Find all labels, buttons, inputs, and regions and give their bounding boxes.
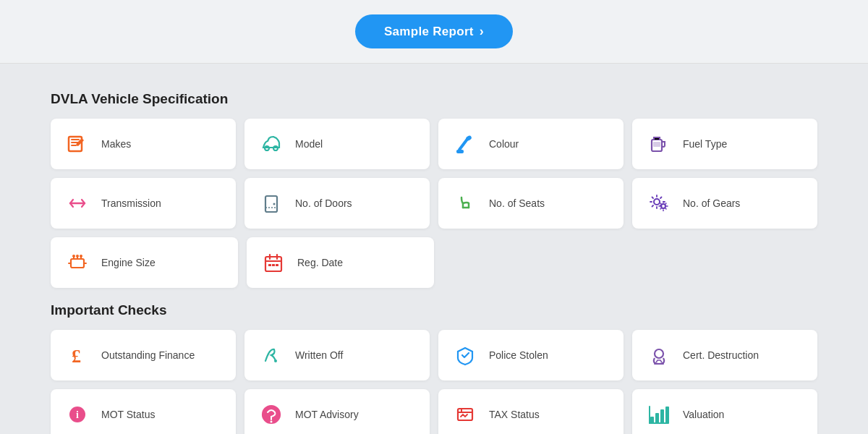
- card-valuation: Valuation: [632, 389, 817, 434]
- card-no-of-seats: No. of Seats: [438, 178, 624, 229]
- dvla-section: DVLA Vehicle Specification MakesModelCol…: [51, 91, 817, 288]
- svg-rect-12: [71, 259, 84, 268]
- makes-icon: [64, 130, 91, 158]
- outstanding-finance-icon: £: [64, 341, 91, 369]
- svg-text:£: £: [72, 346, 81, 367]
- cert-destruction-icon: [645, 341, 673, 369]
- card-model: Model: [244, 119, 430, 169]
- card-reg-date: Reg. Date: [247, 237, 434, 288]
- svg-point-13: [72, 255, 75, 258]
- svg-rect-19: [276, 264, 278, 266]
- card-cert-destruction: Cert. Destruction: [632, 330, 817, 380]
- dvla-cards-row1: MakesModelColourFuel TypeTransmissionNo.…: [51, 119, 817, 229]
- no-of-seats-icon: [451, 190, 479, 217]
- tax-status-label: TAX Status: [489, 409, 540, 420]
- important-cards-row1: £Outstanding FinanceWritten OffPolice St…: [51, 330, 817, 380]
- dvla-cards-row2: Engine SizeReg. Date: [51, 237, 434, 288]
- engine-size-label: Engine Size: [101, 257, 156, 268]
- no-of-doors-icon: [258, 190, 285, 217]
- top-bar: Sample Report ›: [0, 0, 868, 64]
- mot-advisory-label: MOT Advisory: [295, 409, 359, 420]
- svg-text:i: i: [76, 409, 79, 420]
- svg-rect-18: [272, 264, 275, 266]
- svg-point-15: [80, 255, 82, 258]
- colour-label: Colour: [489, 138, 519, 150]
- mot-status-icon: i: [64, 401, 91, 428]
- mot-advisory-icon: [258, 401, 285, 428]
- transmission-icon: [64, 190, 91, 217]
- card-mot-status: iMOT Status: [51, 389, 236, 434]
- svg-rect-31: [655, 413, 659, 424]
- svg-rect-29: [458, 409, 472, 420]
- important-section-title: Important Checks: [51, 302, 817, 318]
- svg-rect-35: [649, 422, 668, 424]
- police-stolen-label: Police Stolen: [489, 349, 548, 361]
- svg-rect-34: [649, 406, 650, 424]
- outstanding-finance-label: Outstanding Finance: [101, 349, 195, 361]
- fuel-type-label: Fuel Type: [683, 138, 727, 150]
- written-off-label: Written Off: [295, 349, 343, 361]
- svg-point-11: [661, 204, 665, 208]
- card-mot-advisory: MOT Advisory: [244, 389, 430, 434]
- no-of-doors-label: No. of Doors: [295, 197, 352, 209]
- svg-rect-8: [265, 196, 277, 212]
- card-transmission: Transmission: [51, 178, 236, 229]
- colour-icon: [451, 130, 479, 158]
- makes-label: Makes: [101, 138, 131, 150]
- fuel-type-icon: [645, 130, 673, 158]
- svg-rect-7: [653, 142, 660, 147]
- no-of-seats-label: No. of Seats: [489, 197, 545, 209]
- main-content: DVLA Vehicle Specification MakesModelCol…: [0, 64, 868, 434]
- card-no-of-gears: No. of Gears: [632, 178, 817, 229]
- important-cards-row2: iMOT StatusMOT AdvisoryTAX StatusValuati…: [51, 389, 817, 434]
- card-police-stolen: Police Stolen: [438, 330, 624, 380]
- valuation-label: Valuation: [683, 409, 724, 420]
- sample-report-label: Sample Report: [384, 25, 474, 39]
- police-stolen-icon: [451, 341, 479, 369]
- sample-report-button[interactable]: Sample Report ›: [355, 14, 513, 48]
- no-of-gears-icon: [645, 190, 673, 217]
- no-of-gears-label: No. of Gears: [683, 197, 740, 209]
- dvla-section-title: DVLA Vehicle Specification: [51, 91, 817, 107]
- card-outstanding-finance: £Outstanding Finance: [51, 330, 236, 380]
- transmission-label: Transmission: [101, 197, 161, 209]
- card-engine-size: Engine Size: [51, 237, 238, 288]
- written-off-icon: [258, 341, 285, 369]
- card-tax-status: TAX Status: [438, 389, 624, 434]
- svg-rect-5: [456, 150, 464, 153]
- card-colour: Colour: [438, 119, 624, 169]
- svg-point-14: [76, 255, 79, 258]
- svg-rect-33: [665, 407, 669, 424]
- svg-rect-17: [268, 264, 271, 266]
- card-makes: Makes: [51, 119, 236, 169]
- svg-point-10: [654, 199, 660, 205]
- chevron-icon: ›: [480, 24, 484, 39]
- svg-point-9: [273, 203, 276, 205]
- reg-date-label: Reg. Date: [297, 257, 343, 268]
- engine-size-icon: [64, 249, 91, 276]
- valuation-icon: [645, 401, 673, 428]
- mot-status-label: MOT Status: [101, 409, 155, 420]
- svg-point-28: [271, 421, 273, 423]
- model-icon: [258, 130, 285, 158]
- card-no-of-doors: No. of Doors: [244, 178, 430, 229]
- cert-destruction-label: Cert. Destruction: [683, 349, 759, 361]
- important-section: Important Checks £Outstanding FinanceWri…: [51, 302, 817, 434]
- svg-rect-32: [660, 409, 664, 424]
- card-fuel-type: Fuel Type: [632, 119, 817, 169]
- tax-status-icon: [451, 401, 479, 428]
- model-label: Model: [295, 138, 323, 150]
- svg-point-21: [274, 359, 277, 362]
- svg-point-27: [263, 406, 280, 423]
- reg-date-icon: [260, 249, 287, 276]
- card-written-off: Written Off: [244, 330, 430, 380]
- svg-point-22: [655, 349, 663, 358]
